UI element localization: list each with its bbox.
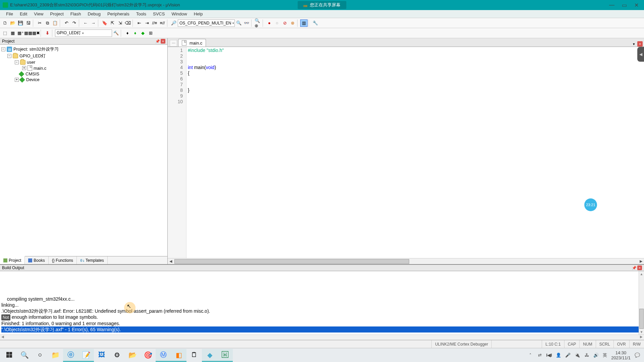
incremental-find-icon[interactable]: 👓 bbox=[243, 19, 250, 27]
toggle-icon[interactable]: − bbox=[15, 60, 19, 64]
breakpoint-kill-icon[interactable]: ⊗ bbox=[289, 19, 296, 27]
cut-icon[interactable]: ✂ bbox=[36, 19, 43, 27]
undo-icon[interactable]: ↶ bbox=[63, 19, 70, 27]
nav-fwd-icon[interactable]: → bbox=[90, 19, 97, 27]
bookmark-next-icon[interactable]: ⇲ bbox=[116, 19, 124, 27]
configure-icon[interactable]: 🔧 bbox=[312, 19, 319, 27]
target-options-icon[interactable]: 🔨 bbox=[112, 29, 120, 37]
group-cmsis[interactable]: CMSIS bbox=[1, 71, 166, 77]
group-device[interactable]: + Device bbox=[1, 77, 166, 82]
tab-books[interactable]: Books bbox=[25, 256, 48, 264]
tab-project[interactable]: Project bbox=[0, 256, 25, 264]
bookmark-clear-icon[interactable]: ⌫ bbox=[124, 19, 131, 27]
tray-network-icon[interactable]: 🖧 bbox=[584, 353, 589, 358]
build-vscrollbar[interactable]: ▲▼ bbox=[639, 271, 644, 335]
build-hscrollbar[interactable]: ◀▶ bbox=[0, 335, 644, 340]
menu-svcs[interactable]: SVCS bbox=[150, 10, 168, 17]
edge-browser-button[interactable]: ⓔ bbox=[63, 349, 78, 362]
bookmark-toggle-icon[interactable]: 🔖 bbox=[101, 19, 108, 27]
menu-view[interactable]: View bbox=[31, 10, 47, 17]
translate-icon[interactable]: ⬚ bbox=[1, 29, 9, 37]
indent-left-icon[interactable]: ⇤ bbox=[136, 19, 143, 27]
find-icon[interactable]: 🔍 bbox=[235, 19, 243, 27]
target-node[interactable]: − GPIO_LED灯 bbox=[1, 53, 166, 59]
find-combo[interactable]: OS_CFG_PEND_MULTI_EN▾ bbox=[178, 19, 235, 27]
file-explorer-button[interactable]: 📁 bbox=[48, 349, 63, 362]
save-icon[interactable]: 💾 bbox=[17, 19, 24, 27]
nav-back-icon[interactable]: ← bbox=[82, 19, 89, 27]
menu-window[interactable]: Window bbox=[168, 10, 190, 17]
tray-overflow-icon[interactable]: ˄ bbox=[528, 353, 533, 358]
toggle-icon[interactable]: + bbox=[22, 66, 26, 70]
keil-uvision-button[interactable]: 🎯 bbox=[140, 349, 156, 362]
target-select[interactable]: GPIO_LED灯▾ bbox=[55, 29, 112, 37]
code-lines[interactable]: #include "stdio.h" int main(void){ } bbox=[186, 47, 644, 258]
sticky-notes-button[interactable]: 🗒 bbox=[186, 349, 202, 362]
app-diamond-button[interactable]: ◆ bbox=[202, 349, 217, 362]
manage-components-icon[interactable]: ♦ bbox=[124, 29, 131, 37]
group-user[interactable]: − user bbox=[1, 59, 166, 65]
batch-build-icon[interactable]: ▦▦ bbox=[24, 29, 32, 37]
start-button[interactable] bbox=[1, 349, 17, 362]
menu-flash[interactable]: Flash bbox=[67, 10, 85, 17]
tab-close-icon[interactable]: × bbox=[637, 41, 643, 47]
tray-volume-icon[interactable]: 🔊 bbox=[593, 353, 599, 358]
tray-person-icon[interactable]: 👤 bbox=[556, 353, 561, 358]
file-main-c[interactable]: + main.c bbox=[1, 65, 166, 71]
breakpoint-disable-icon[interactable]: ⊘ bbox=[281, 19, 288, 27]
uncomment-icon[interactable]: ≡// bbox=[159, 19, 166, 27]
app-orange-button[interactable]: ◧ bbox=[171, 349, 186, 362]
bookmark-prev-icon[interactable]: ⇱ bbox=[109, 19, 116, 27]
panel-close-icon[interactable]: × bbox=[161, 39, 165, 44]
breakpoint-insert-icon[interactable]: ● bbox=[266, 19, 273, 27]
window-layout-icon[interactable]: ▥ bbox=[300, 19, 308, 27]
editor-hscrollbar[interactable]: ◀ ▶ bbox=[168, 258, 644, 264]
settings-button[interactable]: ⚙ bbox=[109, 349, 125, 362]
paste-icon[interactable]: 📋 bbox=[51, 19, 59, 27]
breakpoint-enable-icon[interactable]: ○ bbox=[273, 19, 281, 27]
tray-notifications-icon[interactable]: 💬 bbox=[635, 353, 640, 358]
editor-tab-main-c[interactable]: main.c bbox=[178, 39, 206, 47]
project-tree[interactable]: − ▤ Project: stm32外设学习 − GPIO_LED灯 − use… bbox=[0, 45, 167, 256]
meeting-app-button[interactable]: Ⓜ bbox=[156, 349, 171, 362]
tray-app1-icon[interactable]: ⇄ bbox=[537, 353, 542, 358]
copy-icon[interactable]: ⧉ bbox=[44, 19, 51, 27]
menu-project[interactable]: Project bbox=[47, 10, 67, 17]
save-all-icon[interactable]: 🖫 bbox=[24, 19, 32, 27]
new-file-icon[interactable]: 🗋 bbox=[1, 19, 9, 27]
tray-clock[interactable]: 14:30 2023/11/1 bbox=[611, 350, 631, 360]
select-packs-icon[interactable]: ◆ bbox=[139, 29, 147, 37]
scroll-right-icon[interactable]: ▶ bbox=[638, 259, 644, 263]
task-view-button[interactable]: ○ bbox=[32, 349, 48, 362]
code-editor[interactable]: 12345678910 #include "stdio.h" int main(… bbox=[168, 47, 644, 258]
panel-close-icon[interactable]: × bbox=[637, 265, 642, 270]
screen-share-banner[interactable]: 您正在共享屏幕 bbox=[298, 1, 346, 9]
maximize-button[interactable]: ▭ bbox=[622, 2, 627, 8]
menu-help[interactable]: Help bbox=[191, 10, 206, 17]
close-button[interactable]: ✕ bbox=[634, 2, 639, 8]
tab-dropdown-icon[interactable]: ▾ bbox=[631, 41, 637, 47]
tray-mic-icon[interactable]: 🎤 bbox=[565, 353, 571, 358]
tab-templates[interactable]: 0↓Templates bbox=[77, 256, 108, 264]
scroll-left-icon[interactable]: ◀ bbox=[168, 259, 174, 263]
indent-right-icon[interactable]: ⇥ bbox=[143, 19, 151, 27]
comment-icon[interactable]: //≡ bbox=[151, 19, 158, 27]
rebuild-icon[interactable]: ▦⁺ bbox=[17, 29, 24, 37]
search-button[interactable]: 🔍 bbox=[17, 349, 32, 362]
download-icon[interactable]: ⬇ bbox=[44, 29, 51, 37]
tray-usb-icon[interactable]: 🔌 bbox=[575, 353, 580, 358]
find-in-files-icon[interactable]: 🔎 bbox=[170, 19, 177, 27]
build-icon[interactable]: ▦ bbox=[9, 29, 16, 37]
photos-button[interactable]: 🖼 bbox=[94, 349, 109, 362]
open-file-icon[interactable]: 📂 bbox=[9, 19, 16, 27]
project-root[interactable]: − ▤ Project: stm32外设学习 bbox=[1, 46, 166, 53]
scroll-thumb[interactable] bbox=[174, 259, 409, 264]
build-output-text[interactable]: ▲▼ ↖ compiling system_stm32f4xx.c... lin… bbox=[0, 271, 644, 335]
folder-button[interactable]: 📂 bbox=[125, 349, 140, 362]
stop-build-icon[interactable]: ▦✖ bbox=[32, 29, 40, 37]
debug-icon[interactable]: 🔍⊕ bbox=[254, 19, 262, 27]
tab-functions[interactable]: {} Functions bbox=[49, 256, 77, 264]
collapse-right-handle[interactable]: ◀ bbox=[637, 47, 644, 62]
wps-button[interactable]: 🅆 bbox=[217, 349, 233, 362]
notepad-button[interactable]: 📝 bbox=[78, 349, 94, 362]
